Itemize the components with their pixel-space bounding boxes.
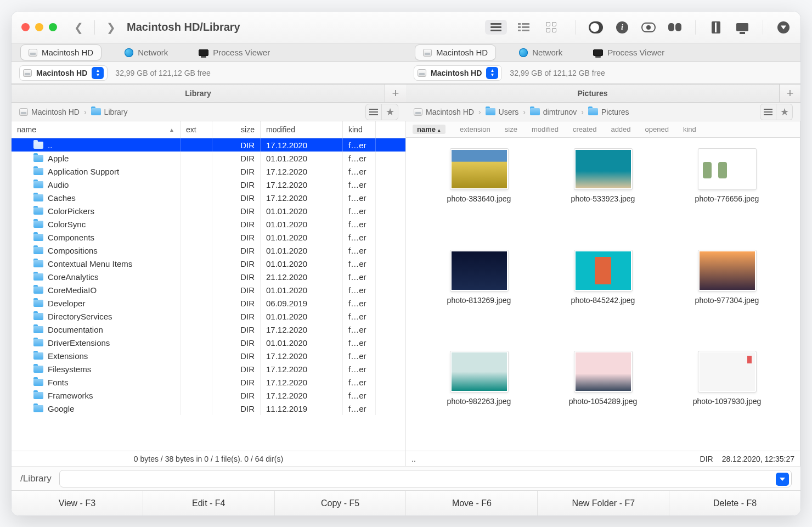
th-opened[interactable]: opened	[645, 125, 669, 133]
nav-forward-button[interactable]: ❯	[103, 19, 119, 36]
table-row[interactable]: DirectoryServicesDIR01.01.2020f…er	[12, 310, 405, 323]
th-modified[interactable]: modified	[261, 121, 343, 138]
view-columns-icon[interactable]	[512, 20, 535, 35]
thumbnail-grid[interactable]: photo-383640.jpegphoto-533923.jpegphoto-…	[406, 138, 800, 451]
thumbnail-item[interactable]: photo-1097930.jpeg	[670, 351, 783, 440]
breadcrumb-item[interactable]: dimtrunov	[530, 108, 577, 116]
table-row[interactable]: FrameworksDIR17.12.2020f…er	[12, 389, 405, 402]
table-row[interactable]: DocumentationDIR17.12.2020f…er	[12, 323, 405, 336]
th-added[interactable]: added	[611, 125, 630, 133]
right-tab-network[interactable]: Network	[511, 45, 570, 60]
left-view-toggle-button[interactable]	[365, 104, 382, 120]
breadcrumb-item[interactable]: Library	[91, 108, 128, 116]
table-row[interactable]: ColorPickersDIR01.01.2020f…er	[12, 204, 405, 217]
quicklook-icon[interactable]	[641, 21, 656, 33]
right-add-tab-button[interactable]: +	[780, 85, 800, 102]
left-disk-select[interactable]: Macintosh HD ▲▼	[19, 65, 108, 81]
th-ext[interactable]: ext	[181, 121, 212, 138]
table-row[interactable]: GoogleDIR11.12.2019f…er	[12, 402, 405, 415]
th-size[interactable]: size	[212, 121, 261, 138]
th-size[interactable]: size	[505, 125, 517, 133]
left-add-tab-button[interactable]: +	[385, 85, 406, 102]
thumbnail-item[interactable]: photo-845242.jpeg	[546, 250, 659, 339]
thumbnail-item[interactable]: photo-533923.jpeg	[546, 149, 659, 237]
path-input[interactable]	[59, 470, 792, 487]
th-kind[interactable]: kind	[683, 125, 696, 133]
right-loc-tab[interactable]: Pictures	[406, 85, 780, 102]
th-extension[interactable]: extension	[460, 125, 490, 133]
table-row[interactable]: CoreMediaIODIR01.01.2020f…er	[12, 283, 405, 296]
thumbnail-item[interactable]: photo-1054289.jpeg	[546, 351, 659, 440]
breadcrumb-item[interactable]: Macintosh HD	[19, 108, 80, 116]
breadcrumb-item[interactable]: Macintosh HD	[414, 108, 474, 116]
edit-f4-button[interactable]: Edit - F4	[143, 491, 275, 515]
view-grid-icon[interactable]	[540, 19, 562, 36]
table-row[interactable]: ..DIR17.12.2020f…er	[12, 138, 405, 152]
thumbnail-item[interactable]: photo-982263.jpeg	[422, 351, 535, 440]
nav-back-button[interactable]: ❮	[70, 19, 87, 36]
table-row[interactable]: FontsDIR17.12.2020f…er	[12, 375, 405, 389]
table-row[interactable]: FilesystemsDIR17.12.2020f…er	[12, 362, 405, 375]
copy-f5-button[interactable]: Copy - F5	[275, 491, 407, 515]
table-row[interactable]: AppleDIR01.01.2020f…er	[12, 152, 405, 165]
left-loc-tab[interactable]: Library	[12, 85, 385, 102]
view-f3-button[interactable]: View - F3	[12, 491, 143, 515]
left-free-space: 32,99 GB of 121,12 GB free	[115, 69, 211, 77]
thumbnail-item[interactable]: photo-813269.jpeg	[422, 250, 535, 339]
table-row[interactable]: CoreAnalyticsDIR21.12.2020f…er	[12, 270, 405, 283]
download-icon[interactable]	[776, 21, 791, 33]
th-modified[interactable]: modified	[532, 125, 559, 133]
breadcrumb-item[interactable]: Users	[486, 108, 519, 116]
thumbnail-item[interactable]: photo-776656.jpeg	[670, 149, 783, 237]
th-name[interactable]: name ▲	[413, 125, 446, 134]
window-controls	[21, 23, 57, 31]
table-row[interactable]: ComponentsDIR01.01.2020f…er	[12, 231, 405, 244]
left-tab-network[interactable]: Network	[117, 45, 176, 60]
maximize-window-button[interactable]	[49, 23, 57, 31]
right-tab-process-viewer[interactable]: Process Viewer	[585, 45, 672, 60]
thumbnail-label: photo-1054289.jpeg	[569, 396, 638, 406]
thumbnail-item[interactable]: photo-977304.jpeg	[670, 250, 783, 339]
folder-icon	[33, 247, 43, 254]
table-row[interactable]: DriverExtensionsDIR01.01.2020f…er	[12, 336, 405, 349]
path-dropdown-button[interactable]	[776, 473, 789, 486]
th-created[interactable]: created	[573, 125, 596, 133]
top-tabs-row: Macintosh HD Network Process Viewer Maci…	[12, 43, 800, 62]
right-tab-macintosh-hd[interactable]: Macintosh HD	[415, 44, 496, 60]
left-tab-process-viewer[interactable]: Process Viewer	[191, 45, 278, 60]
table-row[interactable]: CompositionsDIR01.01.2020f…er	[12, 244, 405, 257]
minimize-window-button[interactable]	[35, 23, 43, 31]
file-list[interactable]: ..DIR17.12.2020f…erAppleDIR01.01.2020f…e…	[12, 138, 405, 451]
info-icon[interactable]: i	[615, 21, 629, 33]
divider	[94, 20, 95, 35]
right-disk-select[interactable]: Macintosh HD ▲▼	[414, 65, 502, 81]
right-view-toggle-button[interactable]	[760, 104, 776, 120]
stepper-icon: ▲▼	[92, 67, 104, 79]
path-row: /Library	[12, 466, 800, 490]
table-row[interactable]: DeveloperDIR06.09.2019f…er	[12, 296, 405, 310]
table-row[interactable]: AudioDIR17.12.2020f…er	[12, 178, 405, 191]
left-favorite-button[interactable]: ★	[382, 104, 398, 120]
hidden-files-toggle[interactable]	[589, 21, 603, 33]
table-row[interactable]: CachesDIR17.12.2020f…er	[12, 191, 405, 204]
table-row[interactable]: Application SupportDIR17.12.2020f…er	[12, 165, 405, 178]
move-f6-button[interactable]: Move - F6	[406, 491, 538, 515]
archive-icon[interactable]	[709, 21, 723, 33]
left-tab-macintosh-hd[interactable]: Macintosh HD	[20, 44, 101, 60]
table-row[interactable]: Contextual Menu ItemsDIR01.01.2020f…er	[12, 257, 405, 270]
th-name[interactable]: name▲	[12, 121, 181, 138]
th-kind[interactable]: kind	[343, 121, 376, 138]
network-share-icon[interactable]	[735, 21, 749, 33]
new-folder-f7-button[interactable]: New Folder - F7	[538, 491, 669, 515]
search-icon[interactable]	[668, 21, 682, 33]
close-window-button[interactable]	[21, 23, 30, 31]
right-favorite-button[interactable]: ★	[776, 104, 793, 120]
table-row[interactable]: ColorSyncDIR01.01.2020f…er	[12, 217, 405, 231]
delete-f8-button[interactable]: Delete - F8	[669, 491, 800, 515]
disk-label: Macintosh HD	[36, 69, 87, 77]
thumbnail-image	[450, 149, 508, 189]
view-list-icon[interactable]	[485, 20, 507, 35]
breadcrumb-item[interactable]: Pictures	[588, 108, 629, 116]
thumbnail-item[interactable]: photo-383640.jpeg	[422, 149, 535, 237]
table-row[interactable]: ExtensionsDIR17.12.2020f…er	[12, 349, 405, 362]
